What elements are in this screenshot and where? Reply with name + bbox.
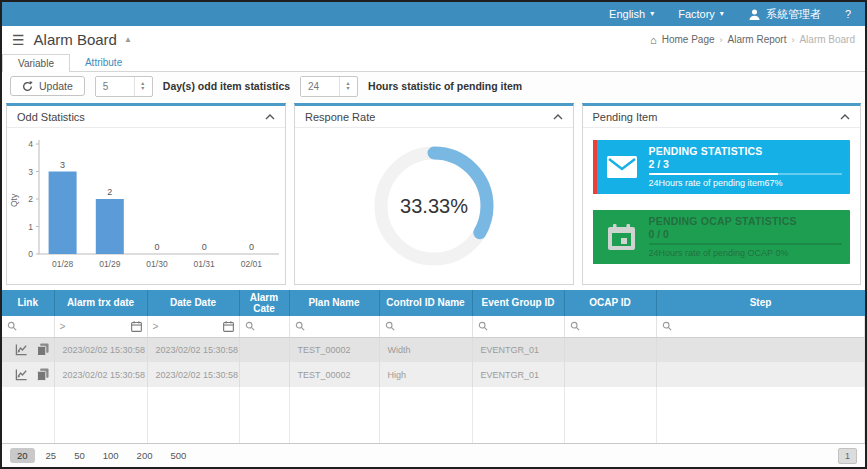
svg-text:3: 3 bbox=[28, 167, 33, 177]
search-icon[interactable] bbox=[385, 321, 395, 331]
svg-text:0: 0 bbox=[154, 242, 159, 252]
gauge-svg: 33.33% bbox=[359, 131, 509, 281]
response-rate-title: Respone Rate bbox=[305, 111, 375, 123]
breadcrumb-separator: › bbox=[720, 35, 723, 45]
gauge-value: 33.33% bbox=[400, 195, 468, 217]
days-input[interactable] bbox=[96, 77, 134, 96]
help-button[interactable]: ? bbox=[845, 8, 851, 20]
column-header-event-group-id[interactable]: Event Group ID bbox=[472, 290, 564, 316]
help-icon: ? bbox=[845, 8, 851, 20]
user-menu[interactable]: 系統管理者 bbox=[748, 7, 821, 22]
column-header-alarm-trx-date[interactable]: Alarm trx date bbox=[54, 290, 147, 316]
pending-item-title: Pending Item bbox=[593, 111, 658, 123]
hours-input[interactable] bbox=[301, 77, 339, 96]
language-menu[interactable]: English ▾ bbox=[609, 8, 654, 20]
table-row[interactable]: 2023/02/02 15:30:582023/02/02 15:30:58TE… bbox=[2, 362, 865, 387]
column-header-alarm-cate[interactable]: Alarm Cate bbox=[239, 290, 289, 316]
page-number-button[interactable]: 1 bbox=[838, 448, 857, 464]
table-cell: 2023/02/02 15:30:58 bbox=[147, 362, 239, 387]
factory-menu[interactable]: Factory ▾ bbox=[678, 8, 724, 20]
column-header-date-date[interactable]: Date Date bbox=[147, 290, 239, 316]
bar-chart-svg: 01234301/28201/29001/30001/31002/01Qty bbox=[7, 128, 285, 280]
table-row[interactable]: 2023/02/02 15:30:582023/02/02 15:30:58TE… bbox=[2, 337, 865, 362]
collapse-triangle-icon[interactable]: ▲ bbox=[124, 35, 132, 44]
chevron-down-icon: ▾ bbox=[650, 10, 654, 18]
user-icon bbox=[748, 8, 761, 21]
table-cell bbox=[239, 337, 289, 362]
breadcrumb-home[interactable]: Home Page bbox=[662, 34, 715, 45]
search-icon[interactable] bbox=[245, 321, 255, 331]
table-cell: Width bbox=[379, 337, 472, 362]
stepper-down-icon[interactable]: ▾ bbox=[141, 86, 144, 91]
empty-row bbox=[2, 387, 865, 406]
stepper-down-icon[interactable]: ▾ bbox=[347, 86, 350, 91]
filter-ocap-id[interactable] bbox=[570, 321, 651, 331]
filter-date-date[interactable]: > bbox=[153, 321, 234, 332]
column-header-plan-name[interactable]: Plan Name bbox=[289, 290, 379, 316]
copy-ocap-icon[interactable] bbox=[37, 343, 49, 356]
table-cell: High bbox=[379, 362, 472, 387]
svg-text:4: 4 bbox=[28, 139, 33, 149]
hours-stepper: ▴ ▾ bbox=[300, 76, 358, 97]
response-rate-gauge: 33.33% bbox=[295, 128, 573, 284]
hours-label: Hours statistic of pending item bbox=[368, 80, 522, 92]
page-size-200[interactable]: 200 bbox=[130, 448, 160, 463]
filter-control-id-name[interactable] bbox=[385, 321, 467, 331]
card-title: PENDING STATISTICS bbox=[649, 145, 843, 157]
copy-ocap-icon[interactable] bbox=[37, 368, 49, 381]
column-header-control-id-name[interactable]: Control ID Name bbox=[379, 290, 472, 316]
trend-chart-icon[interactable] bbox=[15, 343, 28, 356]
svg-text:0: 0 bbox=[28, 249, 33, 259]
column-header-step[interactable]: Step bbox=[656, 290, 865, 316]
breadcrumb-alarm-report[interactable]: Alarm Report bbox=[728, 34, 787, 45]
odd-statistics-chart: 01234301/28201/29001/30001/31002/01Qty bbox=[7, 128, 285, 284]
operator-icon[interactable]: > bbox=[153, 321, 159, 332]
svg-text:01/31: 01/31 bbox=[194, 259, 216, 269]
table-cell bbox=[564, 337, 656, 362]
pending-card-statistics[interactable]: PENDING STATISTICS2 / 324Hours rate of p… bbox=[593, 140, 851, 194]
operator-icon[interactable]: > bbox=[60, 321, 66, 332]
filter-alarm-cate[interactable] bbox=[245, 321, 284, 331]
trend-chart-icon[interactable] bbox=[15, 368, 28, 381]
page-size-50[interactable]: 50 bbox=[67, 448, 92, 463]
menu-icon[interactable]: ☰ bbox=[12, 32, 25, 48]
update-button[interactable]: Update bbox=[10, 76, 85, 96]
tab-attribute[interactable]: Attribute bbox=[70, 54, 137, 71]
tab-variable[interactable]: Variable bbox=[2, 54, 70, 72]
search-icon[interactable] bbox=[570, 321, 580, 331]
search-icon[interactable] bbox=[478, 321, 488, 331]
collapse-chevron-icon[interactable] bbox=[265, 114, 275, 120]
odd-statistics-title: Odd Statistics bbox=[17, 111, 85, 123]
filter-plan-name[interactable] bbox=[295, 321, 374, 331]
calendar-icon[interactable] bbox=[223, 321, 234, 332]
page-size-25[interactable]: 25 bbox=[39, 448, 64, 463]
filter-alarm-trx-date[interactable]: > bbox=[60, 321, 142, 332]
table-cell: 2023/02/02 15:30:58 bbox=[147, 337, 239, 362]
days-stepper: ▴ ▾ bbox=[95, 76, 153, 97]
page-size-20[interactable]: 20 bbox=[10, 448, 35, 463]
page-size-100[interactable]: 100 bbox=[96, 448, 126, 463]
filter-event-group-id[interactable] bbox=[478, 321, 559, 331]
page-size-500[interactable]: 500 bbox=[163, 448, 193, 463]
hours-stepper-arrows[interactable]: ▴ ▾ bbox=[339, 77, 356, 96]
search-icon[interactable] bbox=[662, 321, 672, 331]
bar-01/28 bbox=[49, 172, 77, 255]
column-header-ocap-id[interactable]: OCAP ID bbox=[564, 290, 656, 316]
calendar-icon[interactable] bbox=[131, 321, 142, 332]
collapse-chevron-icon[interactable] bbox=[840, 114, 850, 120]
svg-text:0: 0 bbox=[202, 242, 207, 252]
filter-step[interactable] bbox=[662, 321, 860, 331]
tab-bar: Variable Attribute bbox=[2, 53, 865, 72]
search-icon[interactable] bbox=[295, 321, 305, 331]
table-cell bbox=[564, 362, 656, 387]
search-icon[interactable] bbox=[7, 321, 17, 331]
filter-link[interactable] bbox=[7, 321, 49, 331]
days-stepper-arrows[interactable]: ▴ ▾ bbox=[134, 77, 151, 96]
table-cell bbox=[656, 362, 865, 387]
collapse-chevron-icon[interactable] bbox=[553, 114, 563, 120]
pending-card-ocap[interactable]: PENDING OCAP STATISTICS0 / 024Hours rate… bbox=[593, 210, 851, 264]
filter-row: >> bbox=[2, 316, 865, 337]
empty-row bbox=[2, 425, 865, 444]
alarm-board-screen: English ▾ Factory ▾ 系統管理者 ? ☰ Alarm Boar… bbox=[0, 0, 867, 469]
column-header-link[interactable]: Link bbox=[2, 290, 54, 316]
